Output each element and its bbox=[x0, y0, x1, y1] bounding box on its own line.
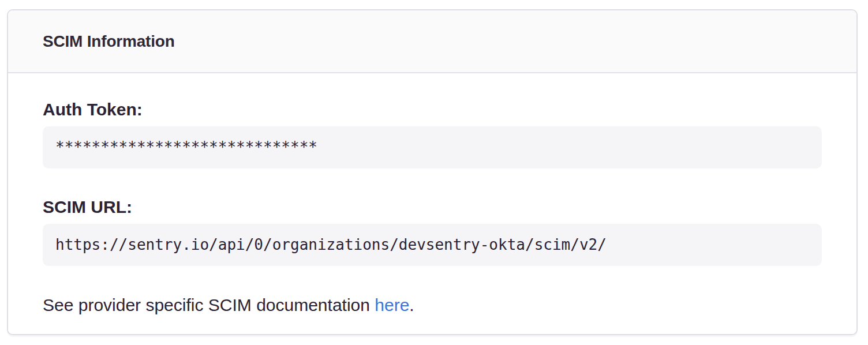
panel-title: SCIM Information bbox=[43, 32, 175, 51]
documentation-note-period: . bbox=[409, 295, 414, 314]
documentation-note: See provider specific SCIM documentation… bbox=[43, 294, 822, 317]
panel-header: SCIM Information bbox=[8, 10, 856, 73]
documentation-note-text: See provider specific SCIM documentation bbox=[43, 295, 375, 314]
scim-information-panel: SCIM Information Auth Token: ***********… bbox=[7, 9, 858, 335]
auth-token-label: Auth Token: bbox=[43, 99, 822, 121]
panel-body: Auth Token: ****************************… bbox=[8, 73, 856, 335]
auth-token-value: ***************************** bbox=[43, 126, 822, 168]
scim-url-label: SCIM URL: bbox=[43, 196, 822, 218]
scim-url-value: https://sentry.io/api/0/organizations/de… bbox=[43, 224, 822, 266]
documentation-link[interactable]: here bbox=[375, 295, 409, 314]
